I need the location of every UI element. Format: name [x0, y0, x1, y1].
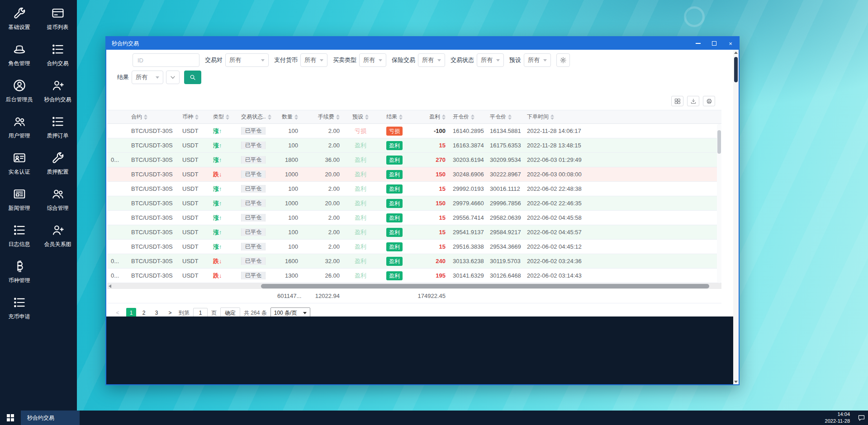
sort-icon[interactable]	[268, 114, 271, 120]
window-titlebar[interactable]: 秒合约交易 ×	[106, 37, 739, 50]
filter-settings-button[interactable]	[556, 53, 570, 67]
preset-label: 盈利	[355, 185, 366, 192]
column-header-type[interactable]: 类型	[209, 110, 237, 123]
column-header-fee[interactable]: 手续费	[302, 110, 343, 123]
table-horizontal-scrollbar-thumb[interactable]	[261, 284, 709, 288]
sidebar-item-news-management[interactable]: 新闻管理	[0, 187, 38, 212]
sidebar-item-member-relations[interactable]: 会员关系图	[38, 223, 77, 248]
sidebar-item-coin-management[interactable]: 币种管理	[0, 260, 38, 284]
table-row[interactable]: BTC/USDT-30SUSDT涨↑已平仓1002.00盈利盈利1529541.…	[107, 225, 721, 240]
cell-time: 2022-06-02 03:24:36	[523, 258, 591, 264]
result-filter-select[interactable]: 所有	[132, 71, 163, 84]
sort-icon[interactable]	[399, 114, 403, 120]
close-button[interactable]: ×	[722, 37, 739, 50]
column-header-time[interactable]: 下单时间	[523, 110, 591, 123]
sidebar-item-second-contract-trade[interactable]: 秒合约交易	[38, 79, 77, 104]
sort-icon[interactable]	[294, 114, 298, 120]
column-header-profit[interactable]: 盈利	[411, 110, 449, 123]
sidebar-item-pledge-orders[interactable]: 质押订单	[38, 115, 77, 140]
chat-button[interactable]	[854, 411, 868, 425]
sort-icon[interactable]	[226, 114, 229, 120]
page-button-1[interactable]: 1	[126, 308, 136, 316]
minimize-button[interactable]	[690, 37, 706, 50]
taskbar-task-item[interactable]: 秒合约交易	[21, 411, 80, 425]
sidebar-item-admin-management[interactable]: 后台管理员	[0, 79, 38, 104]
cell-currency: USDT	[179, 142, 209, 149]
export-button[interactable]	[687, 96, 699, 106]
table-row[interactable]: 0...BTC/USDT-30SUSDT跌↓已平仓130026.00盈利盈利19…	[107, 269, 721, 283]
page-button-2[interactable]: 2	[139, 308, 149, 316]
filter-trade-side-select[interactable]: 所有	[359, 53, 386, 67]
filter-trade-status-select[interactable]: 所有	[477, 53, 504, 67]
scroll-down-arrow[interactable]	[733, 379, 739, 384]
scroll-up-arrow[interactable]	[733, 50, 739, 55]
page-button-3[interactable]: 3	[152, 308, 161, 316]
sort-icon[interactable]	[442, 114, 446, 120]
start-button[interactable]	[0, 411, 21, 425]
page-size-select[interactable]: 100 条/页	[270, 307, 311, 316]
sidebar-item-withdraw-list[interactable]: 提币列表	[38, 6, 77, 31]
sidebar-item-user-management[interactable]: 用户管理	[0, 115, 38, 140]
table-row[interactable]: BTC/USDT-30SUSDT涨↑已平仓100020.00盈利盈利150299…	[107, 196, 721, 211]
table-vertical-scrollbar[interactable]	[717, 124, 721, 283]
sidebar-item-pledge-config[interactable]: 质押配置	[38, 151, 77, 176]
column-header-close[interactable]: 平仓价	[486, 110, 523, 123]
sidebar-item-general-management[interactable]: 综合管理	[38, 187, 77, 212]
filter-insurance-select[interactable]: 所有	[418, 53, 445, 67]
sidebar-item-contract-trade[interactable]: 合约交易	[38, 42, 77, 67]
filter-pay-currency-select[interactable]: 所有	[300, 53, 327, 67]
table-horizontal-scrollbar[interactable]	[107, 283, 721, 289]
sort-icon[interactable]	[365, 114, 369, 120]
expand-filters-button[interactable]	[166, 71, 180, 84]
id-filter-input[interactable]	[133, 53, 199, 67]
table-row[interactable]: BTC/USDT-30SUSDT涨↑已平仓1002.00亏损亏损-1001614…	[107, 124, 721, 138]
cell-status: 已平仓	[237, 142, 274, 149]
maximize-button[interactable]	[706, 37, 722, 50]
sidebar-item-role-management[interactable]: 角色管理	[0, 42, 38, 67]
window-scrollbar[interactable]	[733, 50, 739, 384]
sidebar-item-log-info[interactable]: 日志信息	[0, 223, 38, 248]
goto-confirm-button[interactable]: 确定	[220, 307, 240, 316]
column-header-preset[interactable]: 预设	[343, 110, 378, 123]
user-circle-icon	[13, 79, 26, 92]
cell-fee: 20.00	[302, 171, 343, 178]
goto-page-input[interactable]	[193, 308, 208, 316]
taskbar-clock[interactable]: 14:04 2022-11-28	[825, 411, 854, 425]
table-vertical-scrollbar-thumb[interactable]	[717, 130, 721, 154]
print-button[interactable]	[703, 96, 715, 106]
sort-icon[interactable]	[508, 114, 512, 120]
hscroll-left-arrow[interactable]	[109, 284, 111, 288]
window-scrollbar-thumb[interactable]	[734, 57, 738, 82]
columns-button[interactable]	[671, 96, 683, 106]
next-page-button[interactable]: >	[165, 308, 175, 316]
cell-close: 30209.9534	[486, 156, 523, 163]
search-button[interactable]	[184, 71, 201, 84]
filter-preset-select[interactable]: 所有	[524, 53, 551, 67]
table-row[interactable]: BTC/USDT-30SUSDT涨↑已平仓1002.00盈利盈利1529992.…	[107, 182, 721, 196]
cell-status: 已平仓	[237, 214, 274, 222]
table-row[interactable]: 0...BTC/USDT-30SUSDT跌↓已平仓160032.00盈利盈利24…	[107, 254, 721, 269]
column-header-open[interactable]: 开仓价	[449, 110, 486, 123]
sidebar-item-deposit-requests[interactable]: 充币申请	[0, 296, 38, 321]
column-header-qty[interactable]: 数量	[274, 110, 302, 123]
sort-icon[interactable]	[550, 114, 554, 120]
table-row[interactable]: BTC/USDT-30SUSDT涨↑已平仓1002.00盈利盈利1516163.…	[107, 138, 721, 153]
sort-icon[interactable]	[144, 114, 147, 120]
cell-contract: BTC/USDT-30S	[128, 200, 179, 207]
prev-page-button[interactable]: <	[113, 308, 123, 316]
sort-icon[interactable]	[471, 114, 474, 120]
column-header-currency[interactable]: 币种	[179, 110, 209, 123]
sort-icon[interactable]	[195, 114, 199, 120]
column-header-status[interactable]: 交易状态..	[237, 110, 274, 123]
column-header-result[interactable]: 结果	[378, 110, 411, 123]
table-row[interactable]: 0...BTC/USDT-30SUSDT涨↑已平仓180036.00盈利盈利27…	[107, 153, 721, 167]
table-row[interactable]: BTC/USDT-30SUSDT涨↑已平仓1002.00盈利盈利1529516.…	[107, 240, 721, 254]
column-header-contract[interactable]: 合约	[128, 110, 179, 123]
sort-icon[interactable]	[336, 114, 340, 120]
chevron-down-icon	[303, 312, 307, 314]
sidebar-item-basic-settings[interactable]: 基础设置	[0, 6, 38, 31]
table-row[interactable]: BTC/USDT-30SUSDT跌↓已平仓100020.00盈利盈利150302…	[107, 167, 721, 182]
sidebar-item-realname-auth[interactable]: 实名认证	[0, 151, 38, 176]
filter-trading-pair-select[interactable]: 所有	[225, 53, 269, 67]
table-row[interactable]: BTC/USDT-30SUSDT涨↑已平仓1002.00盈利盈利1529556.…	[107, 211, 721, 225]
